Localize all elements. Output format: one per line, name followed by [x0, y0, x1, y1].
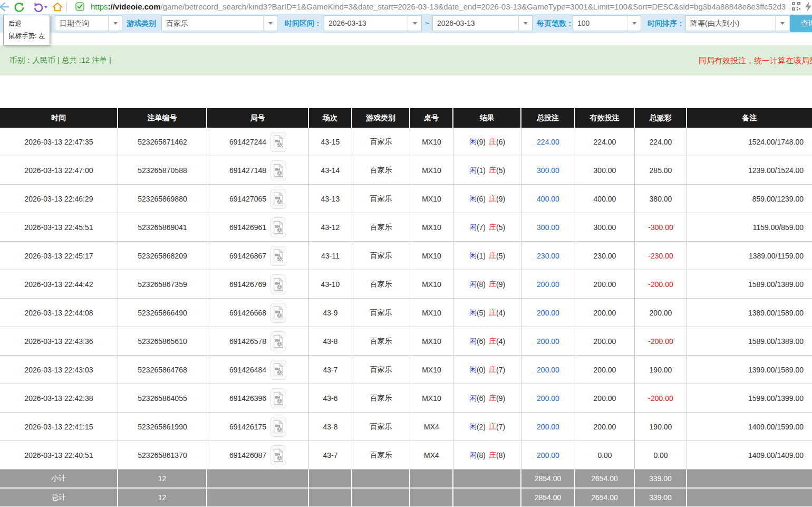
chevron-down-icon[interactable] [627, 16, 641, 31]
cell-payout: -230.00 [635, 242, 687, 270]
header-col-bet-id[interactable]: 注单编号 [118, 108, 207, 128]
header-col-time[interactable]: 时间 [0, 108, 118, 128]
date-end-input[interactable]: 2026-03-13 [432, 15, 533, 31]
qr-code-icon[interactable] [792, 2, 800, 13]
cell-total-bet[interactable]: 200.00 [521, 270, 575, 298]
total-bet-link[interactable]: 400.00 [537, 195, 559, 203]
home-icon[interactable] [52, 2, 63, 14]
total-bet-link[interactable]: 200.00 [537, 366, 559, 374]
cell-total-bet[interactable]: 224.00 [521, 128, 575, 156]
cell-game-type: 百家乐 [352, 213, 410, 241]
cell-total-bet[interactable]: 400.00 [521, 185, 575, 213]
cell-game-type: 百家乐 [352, 327, 410, 355]
cell-total-bet[interactable]: 200.00 [521, 441, 575, 469]
cell-remark: 1159.00/859.00 [687, 213, 812, 241]
lightning-icon[interactable] [805, 2, 812, 14]
cell-game-type: 百家乐 [352, 270, 410, 298]
time-sort-select[interactable]: 降幂(由大到小) [685, 15, 789, 31]
header-col-game-type[interactable]: 游戏类别 [352, 108, 410, 128]
video-replay-button[interactable] [270, 246, 286, 266]
player-label: 闲 [469, 308, 477, 318]
video-replay-button[interactable] [270, 331, 286, 351]
total-bet-link[interactable]: 200.00 [537, 423, 559, 431]
cell-total-bet[interactable]: 230.00 [521, 242, 575, 270]
table-summary: 小计122854.002654.00339.00总计122854.002654.… [0, 470, 812, 507]
header-col-session[interactable]: 场次 [309, 108, 352, 128]
summary-col-remark [687, 489, 812, 506]
cell-total-bet[interactable]: 300.00 [521, 213, 575, 241]
cell-table-no: MX10 [410, 270, 453, 298]
cell-session: 43-14 [309, 156, 352, 184]
banker-score: (5) [496, 252, 505, 260]
video-replay-button[interactable] [270, 274, 286, 294]
refresh-icon[interactable] [14, 2, 24, 14]
date-end-value: 2026-03-13 [433, 16, 518, 31]
cell-total-bet[interactable]: 200.00 [521, 413, 575, 441]
header-col-payout[interactable]: 总派彩 [635, 108, 687, 128]
chevron-down-icon[interactable] [408, 16, 421, 31]
video-replay-button[interactable] [270, 360, 286, 380]
date-query-select[interactable]: 日期查询 [55, 15, 122, 31]
cell-time: 2026-03-13 22:46:29 [0, 185, 118, 213]
summary-col-session [309, 470, 352, 487]
header-col-total-bet[interactable]: 总投注 [521, 108, 575, 128]
summary-col-game-type [352, 470, 410, 487]
tooltip-line2: 鼠标手势: 左 [8, 30, 45, 42]
summary-col-result [453, 470, 521, 487]
cell-valid-bet: 200.00 [575, 413, 635, 441]
cell-total-bet[interactable]: 200.00 [521, 299, 575, 327]
video-replay-button[interactable] [270, 445, 286, 465]
total-bet-link[interactable]: 224.00 [537, 138, 559, 146]
video-replay-button[interactable] [270, 417, 286, 437]
header-col-round-id[interactable]: 局号 [207, 108, 309, 128]
cell-total-bet[interactable]: 200.00 [521, 384, 575, 412]
cell-remark: 1389.00/1589.00 [687, 299, 812, 327]
page-size-select[interactable]: 100 [573, 15, 641, 31]
video-replay-button[interactable] [270, 160, 286, 180]
chevron-down-icon[interactable] [775, 16, 789, 31]
ssl-shield-icon[interactable] [75, 2, 84, 13]
url-bar[interactable]: https://videoie.com/game/betrecord_searc… [91, 2, 786, 11]
cell-bet-id: 523265870588 [118, 156, 207, 184]
total-bet-link[interactable]: 200.00 [537, 309, 559, 317]
game-category-select[interactable]: 百家乐 [161, 15, 277, 31]
cell-total-bet[interactable]: 200.00 [521, 356, 575, 384]
header-col-table[interactable]: 桌号 [410, 108, 453, 128]
video-replay-button[interactable] [270, 388, 286, 408]
header-col-remark[interactable]: 备注 [687, 108, 812, 128]
chevron-down-icon[interactable] [518, 16, 532, 31]
total-bet-link[interactable]: 300.00 [537, 166, 559, 175]
chevron-down-icon[interactable] [108, 16, 122, 31]
video-replay-button[interactable] [270, 303, 286, 323]
page-size-label: 每页笔数： [537, 14, 574, 33]
cell-time: 2026-03-13 22:42:38 [0, 384, 118, 412]
total-bet-link[interactable]: 230.00 [537, 252, 559, 260]
date-start-input[interactable]: 2026-03-13 [324, 15, 422, 31]
chevron-down-icon[interactable] [263, 16, 277, 31]
cell-session: 43-10 [309, 270, 352, 298]
cell-time: 2026-03-13 22:43:03 [0, 356, 118, 384]
cell-valid-bet: 200.00 [575, 327, 635, 355]
banker-score: (7) [496, 423, 505, 431]
undo-gesture-icon[interactable] [33, 2, 44, 14]
total-bet-link[interactable]: 200.00 [537, 280, 559, 289]
table-row: 2026-03-13 22:40:51523265861370691426087… [0, 441, 812, 470]
total-bet-link[interactable]: 200.00 [537, 394, 559, 403]
total-bet-link[interactable]: 200.00 [537, 337, 559, 346]
video-replay-button[interactable] [270, 189, 286, 209]
undo-dropdown-caret[interactable] [44, 6, 47, 8]
video-replay-button[interactable] [270, 132, 286, 152]
summary-row: 小计122854.002654.00339.00 [0, 470, 812, 489]
search-button[interactable]: 查询 [790, 15, 812, 32]
cell-table-no: MX10 [410, 156, 453, 184]
banker-label: 庄 [489, 194, 496, 204]
video-replay-button[interactable] [270, 217, 286, 237]
total-bet-link[interactable]: 200.00 [537, 451, 559, 460]
header-col-result[interactable]: 结果 [453, 108, 521, 128]
total-bet-link[interactable]: 300.00 [537, 223, 559, 232]
summary-col-total-bet: 2854.00 [521, 470, 575, 487]
back-icon[interactable] [0, 2, 9, 14]
cell-total-bet[interactable]: 200.00 [521, 327, 575, 355]
cell-total-bet[interactable]: 300.00 [521, 156, 575, 184]
header-col-valid-bet[interactable]: 有效投注 [575, 108, 635, 128]
